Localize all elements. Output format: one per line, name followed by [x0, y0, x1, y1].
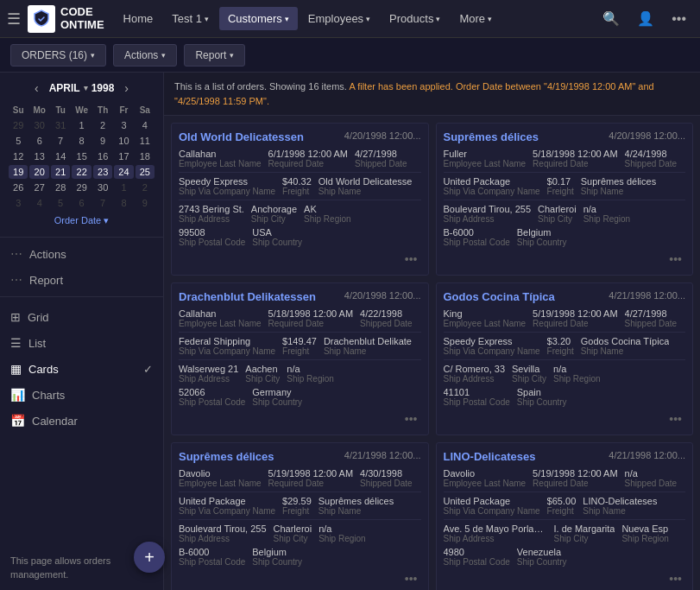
- calendar-day[interactable]: 9: [136, 196, 155, 210]
- calendar-prev-button[interactable]: ‹: [29, 79, 44, 97]
- card-employee-label: Employee Last Name: [444, 479, 527, 488]
- calendar-day[interactable]: 8: [72, 134, 91, 148]
- calendar-day[interactable]: 3: [9, 196, 28, 210]
- view-item-calendar[interactable]: 📅 Calendar: [0, 408, 163, 434]
- calendar-day[interactable]: 30: [93, 181, 112, 194]
- calendar-day[interactable]: 6: [72, 196, 91, 210]
- calendar-day[interactable]: 25: [136, 165, 155, 179]
- calendar-day[interactable]: 3: [114, 118, 133, 132]
- nav-item-more[interactable]: More ▾: [451, 7, 501, 30]
- card-shipped-date-value: 4/30/1998: [360, 468, 413, 479]
- calendar-day[interactable]: 5: [51, 196, 70, 210]
- calendar-day[interactable]: 20: [29, 165, 49, 179]
- calendar-day[interactable]: 17: [114, 149, 133, 163]
- calendar-day[interactable]: 2: [93, 118, 112, 132]
- nav-item-home[interactable]: Home: [115, 7, 162, 30]
- calendar-day[interactable]: 26: [9, 181, 28, 194]
- card-more-button[interactable]: •••: [401, 251, 421, 268]
- calendar-day[interactable]: 4: [136, 118, 155, 132]
- calendar-day[interactable]: 8: [114, 196, 133, 210]
- card-title[interactable]: Suprêmes délices: [179, 450, 274, 463]
- calendar-day[interactable]: 5: [9, 134, 28, 148]
- calendar-day[interactable]: 18: [136, 149, 155, 163]
- card-more-button[interactable]: •••: [401, 410, 421, 428]
- sub-toolbar: ORDERS (16) ▾ Actions ▾ Report ▾: [0, 38, 700, 73]
- nav-item-employees[interactable]: Employees ▾: [300, 7, 379, 30]
- card-city-value: Charleroi: [274, 523, 312, 534]
- calendar-day[interactable]: 22: [72, 165, 91, 179]
- calendar-day[interactable]: 23: [93, 165, 112, 179]
- calendar-day[interactable]: 14: [51, 149, 70, 163]
- sidebar-item-actions[interactable]: ⋯ Actions: [0, 241, 163, 267]
- calendar-day[interactable]: 21: [51, 165, 70, 179]
- calendar-day[interactable]: 31: [51, 118, 70, 132]
- user-button[interactable]: 👤: [630, 5, 661, 32]
- card-more-button[interactable]: •••: [665, 410, 685, 428]
- card-ship-via-field: Speedy Express Ship Via Company Name: [444, 336, 540, 356]
- sidebar-item-report[interactable]: ⋯ Report: [0, 267, 163, 293]
- hamburger-button[interactable]: ☰: [7, 10, 21, 29]
- calendar-day[interactable]: 7: [93, 196, 112, 210]
- calendar-day[interactable]: 1: [114, 181, 133, 194]
- view-item-charts[interactable]: 📊 Charts: [0, 382, 163, 408]
- calendar-day[interactable]: 15: [72, 149, 91, 163]
- calendar-day[interactable]: 29: [72, 181, 91, 194]
- calendar-day[interactable]: 6: [29, 134, 49, 148]
- calendar-day[interactable]: 9: [93, 134, 112, 148]
- card-required-date-value: 6/1/1998 12:00 AM: [268, 149, 348, 159]
- card-more-button[interactable]: •••: [401, 570, 421, 587]
- more-options-button[interactable]: •••: [665, 6, 693, 32]
- calendar-month-year[interactable]: APRIL ▾ 1998: [49, 82, 115, 94]
- calendar-day[interactable]: 12: [9, 149, 28, 163]
- order-date-filter[interactable]: Order Date ▾: [7, 215, 156, 226]
- card-required-date-value: 5/18/1998 12:00 AM: [268, 308, 353, 319]
- card-title[interactable]: Godos Cocina Típica: [444, 290, 555, 303]
- card-title[interactable]: Drachenblut Delikatessen: [179, 290, 316, 303]
- calendar-day[interactable]: 29: [9, 118, 28, 132]
- calendar-day[interactable]: 1: [72, 118, 91, 132]
- calendar-day[interactable]: 30: [29, 118, 49, 132]
- actions-dropdown-button[interactable]: Actions ▾: [113, 44, 177, 67]
- calendar-day[interactable]: 16: [93, 149, 112, 163]
- card-more-button[interactable]: •••: [665, 251, 685, 268]
- card-required-date-field: 5/19/1998 12:00 AM Required Date: [533, 308, 617, 328]
- view-item-list[interactable]: ☰ List: [0, 330, 163, 356]
- card-ship-via-label: Ship Via Company Name: [444, 187, 540, 196]
- orders-dropdown-button[interactable]: ORDERS (16) ▾: [10, 44, 106, 67]
- nav-item-customers[interactable]: Customers ▾: [219, 7, 298, 30]
- search-button[interactable]: 🔍: [596, 5, 627, 32]
- nav-item-test1[interactable]: Test 1 ▾: [163, 7, 218, 30]
- calendar-day[interactable]: 19: [9, 165, 28, 179]
- card-freight-label: Freight: [282, 187, 312, 196]
- order-card: Godos Cocina Típica 4/21/1998 12:00... K…: [436, 282, 694, 435]
- calendar-day[interactable]: 11: [136, 134, 155, 148]
- card-title[interactable]: Suprêmes délices: [444, 130, 539, 143]
- view-item-cards[interactable]: ▦ Cards ✓: [0, 356, 163, 382]
- calendar-day[interactable]: 28: [51, 181, 70, 194]
- calendar-day[interactable]: 27: [29, 181, 49, 194]
- dots-icon-actions: ⋯: [10, 247, 22, 261]
- card-postal-value: 99508: [179, 227, 245, 238]
- calendar-day[interactable]: 2: [136, 181, 155, 194]
- card-shipped-date-value: 4/27/1998: [355, 149, 407, 159]
- report-dropdown-button[interactable]: Report ▾: [184, 44, 245, 67]
- nav-icon-group: 🔍 👤 •••: [596, 5, 693, 32]
- calendar-day[interactable]: 24: [114, 165, 133, 179]
- card-postal-field: 41101 Ship Postal Code: [444, 387, 510, 407]
- card-more-button[interactable]: •••: [665, 570, 685, 587]
- add-fab-button[interactable]: +: [134, 542, 165, 573]
- card-postal-label: Ship Postal Code: [444, 397, 510, 407]
- card-title[interactable]: LINO-Delicateses: [444, 450, 536, 463]
- calendar-day[interactable]: 4: [29, 196, 49, 210]
- card-address-row: Ave. 5 de Mayo Porlamar Ship Address I. …: [444, 523, 686, 543]
- calendar-day[interactable]: 13: [29, 149, 49, 163]
- nav-item-products[interactable]: Products ▾: [381, 7, 449, 30]
- view-item-grid[interactable]: ⊞ Grid: [0, 304, 163, 330]
- calendar-day[interactable]: 7: [51, 134, 70, 148]
- calendar-day[interactable]: 10: [114, 134, 133, 148]
- card-title[interactable]: Old World Delicatessen: [179, 130, 304, 143]
- card-shipped-date-value: n/a: [625, 468, 678, 479]
- weekday-th: Th: [93, 104, 112, 117]
- card-address-value: 2743 Bering St.: [179, 204, 244, 214]
- calendar-next-button[interactable]: ›: [119, 79, 134, 97]
